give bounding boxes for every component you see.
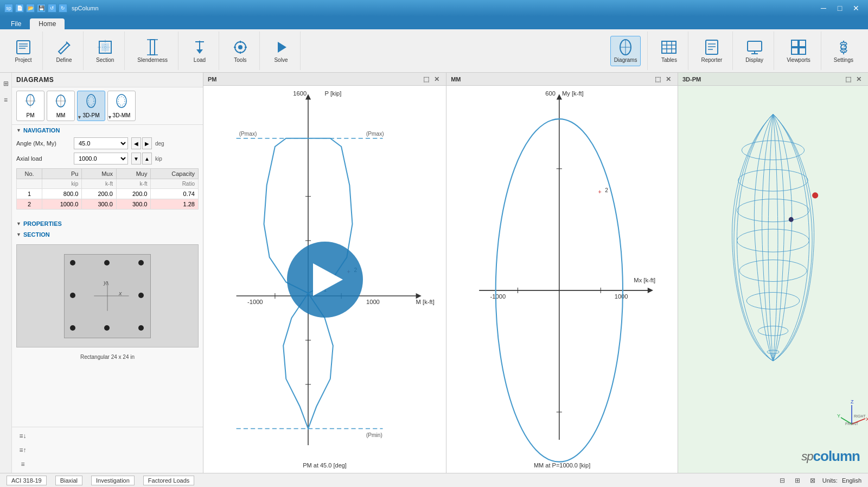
svg-text:My [k-ft]: My [k-ft]: [562, 90, 584, 97]
statusbar-icon-3[interactable]: ⊠: [807, 475, 818, 486]
angle-input[interactable]: 45.0: [74, 137, 128, 149]
app-icon-sp: sp: [4, 4, 13, 12]
statusbar-right: ⊟ ⊞ ⊠ Units: English: [777, 475, 861, 486]
table-row-1[interactable]: 1 800.0 200.0 200.0 0.74: [17, 189, 199, 199]
statusbar-standard[interactable]: ACI 318-19: [7, 476, 47, 485]
bottom-panel-icons: ≡↓ ≡↑ ≡: [12, 427, 203, 473]
load-button[interactable]: Load: [187, 36, 212, 66]
loads-table-container: No. Pu Mux Muy Capacity kip k-f: [12, 168, 203, 210]
axial-next-button[interactable]: ▲: [142, 153, 152, 165]
units-value: English: [842, 477, 861, 484]
tables-button[interactable]: Tables: [656, 36, 681, 66]
3dpm-expand-button[interactable]: ⬚: [843, 74, 853, 84]
svg-marker-13: [196, 49, 203, 54]
tab-home[interactable]: Home: [30, 18, 65, 29]
display-button[interactable]: Display: [742, 36, 767, 66]
ribbon-toolbar: Project Define Section: [0, 29, 868, 73]
3dmm-mode-label: 3D-MM: [113, 112, 131, 118]
svg-text:P [kip]: P [kip]: [325, 90, 342, 97]
navigation-title[interactable]: ▼ NAVIGATION: [12, 125, 203, 136]
svg-point-100: [739, 260, 807, 282]
axial-input[interactable]: 1000.0: [74, 153, 128, 165]
slenderness-label: Slenderness: [137, 57, 168, 64]
section-icon: [97, 39, 114, 56]
mm-panel: MM ⬚ ✕ 600 My [k-ft] Mx [k-ft] -10: [446, 73, 678, 473]
pm-header: PM ⬚ ✕: [203, 73, 446, 86]
row2-ratio: 1.28: [151, 199, 199, 210]
titlebar: sp 📄 📂 💾 ↺ ↻ spColumn ─ □ ✕: [0, 0, 868, 16]
statusbar-mode[interactable]: Investigation: [91, 476, 135, 485]
reporter-button[interactable]: Reporter: [697, 36, 726, 66]
ribbon-group-slenderness: Slenderness: [127, 31, 178, 70]
pm-close-button[interactable]: ✕: [432, 74, 442, 84]
table-row-2[interactable]: 2 1000.0 300.0 300.0 1.28: [17, 199, 199, 210]
statusbar-icon-2[interactable]: ⊞: [792, 475, 803, 486]
svg-text:-1000: -1000: [247, 299, 263, 305]
section-label: SECTION: [23, 231, 50, 238]
statusbar-icon-1[interactable]: ⊟: [777, 475, 788, 486]
maximize-button[interactable]: □: [832, 2, 847, 14]
mm-close-button[interactable]: ✕: [663, 74, 673, 84]
svg-point-51: [118, 97, 125, 105]
close-button[interactable]: ✕: [848, 2, 864, 14]
define-icon: [55, 39, 73, 56]
angle-prev-button[interactable]: ◀: [131, 137, 141, 149]
section-button[interactable]: Section: [92, 36, 118, 66]
col-capacity: Capacity: [151, 169, 199, 179]
play-button[interactable]: [287, 242, 363, 318]
window-title: spColumn: [72, 5, 816, 11]
side-icon-list[interactable]: ≡: [0, 93, 12, 106]
pm-expand-button[interactable]: ⬚: [421, 74, 431, 84]
tables-label: Tables: [661, 57, 677, 64]
bottom-icon-3[interactable]: ≡: [16, 458, 29, 471]
pm-mode-button[interactable]: PM: [16, 91, 44, 121]
axial-prev-button[interactable]: ▼: [131, 153, 141, 165]
statusbar-loads[interactable]: Factored Loads: [143, 476, 194, 485]
angle-next-button[interactable]: ▶: [142, 137, 152, 149]
tools-button[interactable]: Tools: [228, 36, 253, 66]
svg-text:1000: 1000: [366, 299, 380, 305]
bottom-icon-2[interactable]: ≡↑: [16, 444, 29, 457]
properties-title[interactable]: ▼ PROPERTIES: [12, 218, 203, 229]
define-button[interactable]: Define: [52, 36, 76, 66]
navigation-section: ▼ NAVIGATION Angle (Mx, My) 45.0 ◀ ▶ deg…: [12, 125, 203, 212]
tools-label: Tools: [234, 57, 246, 64]
svg-text:Mx [k-ft]: Mx [k-ft]: [634, 277, 655, 283]
ribbon-group-project: Project: [4, 31, 43, 70]
svg-rect-38: [799, 40, 806, 47]
settings-button[interactable]: Settings: [830, 36, 857, 66]
ribbon-group-section: Section: [86, 31, 125, 70]
svg-rect-37: [792, 40, 798, 47]
mm-diagram-svg: 600 My [k-ft] Mx [k-ft] -1000 1000 + 2: [446, 86, 678, 473]
svg-marker-83: [648, 288, 653, 293]
reporter-label: Reporter: [701, 57, 722, 64]
units-row: kip k-ft k-ft Ratio: [17, 179, 199, 189]
diagrams-button[interactable]: Diagrams: [610, 36, 641, 66]
mm-expand-button[interactable]: ⬚: [653, 74, 662, 84]
ribbon-group-reporter: Reporter: [691, 31, 733, 70]
statusbar-analysis[interactable]: Biaxial: [55, 476, 82, 485]
window-controls[interactable]: ─ □ ✕: [816, 2, 864, 14]
svg-text:600: 600: [546, 90, 556, 97]
svg-rect-9: [150, 40, 155, 55]
svg-rect-0: [17, 41, 30, 54]
row1-no: 1: [17, 189, 42, 199]
section-description: Rectangular 24 x 24 in: [12, 352, 203, 362]
unit-muy: k-ft: [116, 179, 151, 189]
3dpm-close-button[interactable]: ✕: [854, 74, 864, 84]
angle-label: Angle (Mx, My): [16, 140, 71, 147]
mm-mode-button[interactable]: MM: [47, 91, 75, 121]
bottom-icon-1[interactable]: ≡↓: [16, 429, 29, 442]
tab-file[interactable]: File: [2, 18, 30, 29]
solve-button[interactable]: Solve: [269, 36, 293, 66]
unit-pu: kip: [42, 179, 82, 189]
viewports-icon: [790, 39, 807, 56]
titlebar-app-icons: sp 📄 📂 💾 ↺ ↻: [4, 4, 67, 12]
project-button[interactable]: Project: [11, 36, 36, 66]
viewports-button[interactable]: Viewports: [783, 36, 814, 66]
minimize-button[interactable]: ─: [816, 2, 831, 14]
slenderness-button[interactable]: Slenderness: [133, 36, 171, 66]
side-icon-filter[interactable]: ⊞: [0, 77, 12, 90]
mm-diagram-content: 600 My [k-ft] Mx [k-ft] -1000 1000 + 2: [446, 86, 678, 473]
section-title[interactable]: ▼ SECTION: [12, 229, 203, 240]
